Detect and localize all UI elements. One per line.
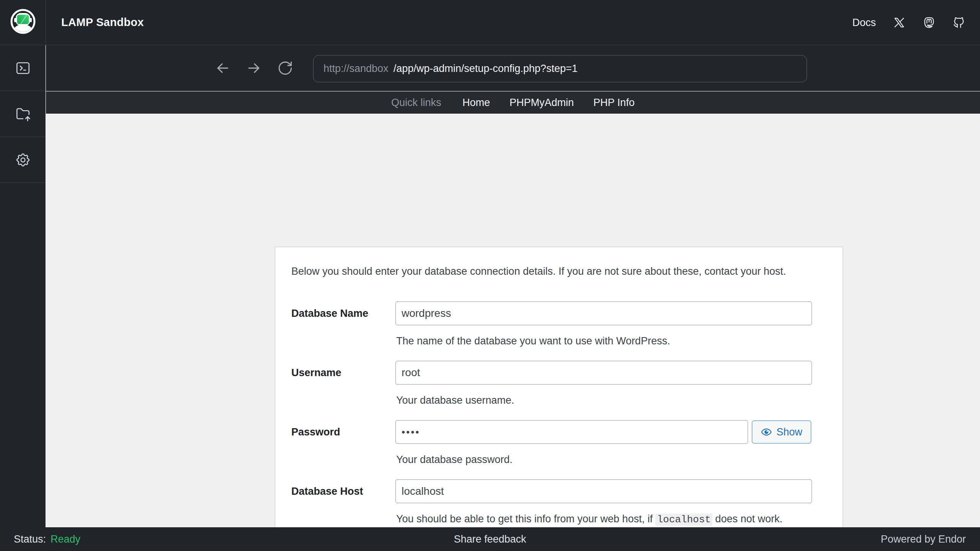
share-feedback-link[interactable]: Share feedback: [454, 533, 526, 545]
docs-link[interactable]: Docs: [852, 17, 876, 29]
status-value: Ready: [51, 533, 80, 545]
folder-upload-icon: [15, 106, 31, 122]
setup-form-card: Below you should enter your database con…: [275, 247, 843, 551]
field-label-password: Password: [291, 420, 389, 444]
quick-links-bar: Quick links Home PHPMyAdmin PHP Info: [46, 91, 980, 114]
arrow-right-icon: [245, 60, 262, 77]
x-social-link[interactable]: [893, 16, 906, 29]
app-title: LAMP Sandbox: [61, 16, 144, 29]
sidebar-item-settings[interactable]: [0, 137, 46, 183]
field-label-database-host: Database Host: [291, 479, 389, 503]
database-host-input[interactable]: [395, 479, 812, 503]
address-bar[interactable]: http://sandbox /app/wp-admin/setup-confi…: [313, 55, 807, 82]
github-link[interactable]: [952, 16, 965, 29]
password-input[interactable]: [395, 420, 748, 444]
quick-link-phpmyadmin[interactable]: PHPMyAdmin: [510, 97, 574, 109]
database-name-input[interactable]: [395, 302, 812, 325]
url-path: /app/wp-admin/setup-config.php?step=1: [394, 63, 578, 75]
gear-icon: [15, 152, 31, 168]
quick-links: Home PHPMyAdmin PHP Info: [462, 97, 635, 109]
terminal-icon: [15, 60, 31, 76]
quick-link-home[interactable]: Home: [462, 97, 490, 109]
arrow-left-icon: [214, 60, 231, 77]
browser-toolbar: http://sandbox /app/wp-admin/setup-confi…: [46, 45, 980, 91]
show-password-button[interactable]: Show: [752, 421, 811, 443]
top-header: LAMP Sandbox Docs: [0, 0, 980, 45]
quick-link-phpinfo[interactable]: PHP Info: [593, 97, 635, 109]
status-indicator: Status: Ready: [14, 533, 80, 545]
refresh-button[interactable]: [277, 60, 294, 77]
header-actions: Docs: [852, 0, 965, 45]
header-divider: [46, 0, 46, 45]
url-prefix: http://sandbox: [323, 63, 389, 75]
sidebar-item-file-upload[interactable]: [0, 91, 46, 137]
status-label: Status:: [14, 533, 46, 545]
content-area: Below you should enter your database con…: [46, 114, 980, 527]
mastodon-icon: [923, 16, 936, 29]
help-text: does not work.: [712, 513, 782, 525]
password-help: Your database password.: [396, 454, 513, 466]
github-icon: [952, 16, 965, 29]
field-label-username: Username: [291, 361, 389, 385]
quick-links-label: Quick links: [391, 97, 441, 109]
sidebar-item-terminal[interactable]: [0, 45, 46, 91]
intro-text: Below you should enter your database con…: [291, 266, 827, 277]
powered-by: Powered by Endor: [881, 533, 966, 545]
astronaut-helmet-icon: [10, 8, 36, 34]
mastodon-link[interactable]: [923, 16, 936, 29]
status-bar: Status: Ready Share feedback Powered by …: [0, 527, 980, 551]
help-text: You should be able to get this info from…: [396, 513, 655, 525]
show-password-label: Show: [776, 426, 802, 438]
username-input[interactable]: [395, 361, 812, 385]
username-help: Your database username.: [396, 395, 514, 406]
localhost-code: localhost: [655, 514, 712, 526]
back-button[interactable]: [214, 60, 231, 77]
refresh-icon: [277, 60, 293, 76]
x-icon: [893, 16, 906, 29]
field-label-database-name: Database Name: [291, 302, 389, 325]
app-logo[interactable]: [10, 8, 36, 34]
forward-button[interactable]: [245, 60, 262, 77]
eye-icon: [761, 426, 772, 438]
sidebar: [0, 45, 46, 527]
app: LAMP Sandbox Docs: [0, 0, 980, 551]
database-host-help: You should be able to get this info from…: [396, 513, 782, 525]
database-name-help: The name of the database you want to use…: [396, 335, 670, 347]
